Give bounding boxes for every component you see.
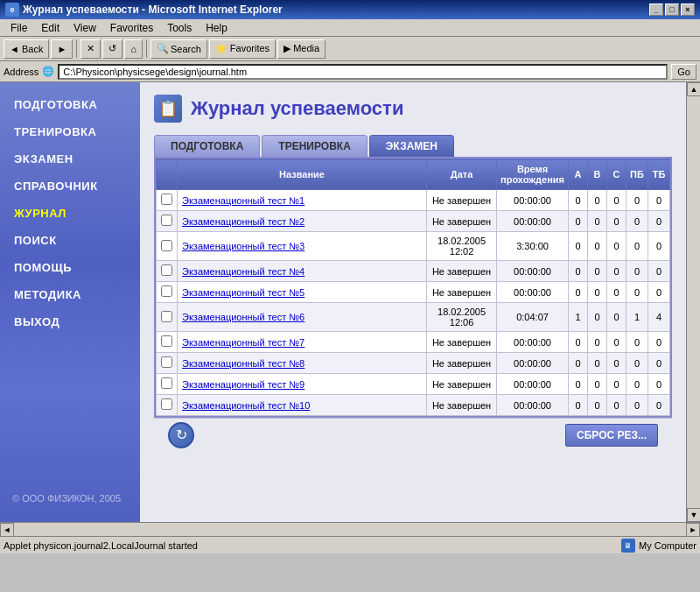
sidebar-item-podgotovka[interactable]: ПОДГОТОВКА <box>0 91 140 118</box>
menu-file[interactable]: File <box>4 20 34 36</box>
row-date: Не завершен <box>427 395 497 416</box>
home-button[interactable]: ⌂ <box>124 39 143 59</box>
row-a: 0 <box>569 232 588 261</box>
row-checkbox[interactable] <box>161 264 172 276</box>
back-button[interactable]: ◄ Back <box>4 39 49 59</box>
reset-button[interactable]: СБРОС РЕЗ... <box>565 424 658 447</box>
test-link[interactable]: Экзаменационный тест №5 <box>182 287 304 298</box>
refresh-button[interactable]: ↻ <box>168 422 194 448</box>
scroll-thumb[interactable] <box>687 96 700 508</box>
row-name-cell: Экзаменационный тест №8 <box>178 353 427 374</box>
main-layout: ПОДГОТОВКА ТРЕНИРОВКА ЭКЗАМЕН СПРАВОЧНИК… <box>0 82 700 522</box>
test-link[interactable]: Экзаменационный тест №3 <box>182 241 304 251</box>
tab-podgotovka[interactable]: ПОДГОТОВКА <box>154 135 260 157</box>
scroll-right-button[interactable]: ► <box>686 523 700 537</box>
toolbar-separator-2 <box>146 40 147 58</box>
sidebar-item-zhurnal[interactable]: ЖУРНАЛ <box>0 200 140 227</box>
sidebar-item-metodika[interactable]: МЕТОДИКА <box>0 281 140 308</box>
refresh-toolbar-button[interactable]: ↺ <box>102 39 122 59</box>
row-checkbox[interactable] <box>161 377 172 389</box>
page-title-icon: 📋 <box>154 95 182 123</box>
row-checkbox[interactable] <box>161 240 172 251</box>
test-link[interactable]: Экзаменационный тест №1 <box>182 195 304 206</box>
header-pb: ПБ <box>626 159 648 190</box>
scroll-left-button[interactable]: ◄ <box>0 523 14 537</box>
row-tb: 0 <box>648 211 670 232</box>
search-button[interactable]: 🔍 Search <box>150 39 207 59</box>
test-link[interactable]: Экзаменационный тест №10 <box>182 400 310 411</box>
address-input[interactable] <box>58 64 668 80</box>
row-time: 00:00:00 <box>497 353 569 374</box>
test-link[interactable]: Экзаменационный тест №6 <box>182 312 304 322</box>
row-date: Не завершен <box>427 261 497 282</box>
sidebar-item-vyhod[interactable]: ВЫХОД <box>0 308 140 335</box>
menu-help[interactable]: Help <box>199 20 234 36</box>
row-name-cell: Экзаменационный тест №4 <box>178 261 427 282</box>
row-checkbox-cell <box>157 332 178 353</box>
row-checkbox-cell <box>157 261 178 282</box>
sidebar-item-trenirovka[interactable]: ТРЕНИРОВКА <box>0 118 140 145</box>
tab-trenirovka[interactable]: ТРЕНИРОВКА <box>262 135 367 157</box>
row-date: Не завершен <box>427 190 497 211</box>
row-checkbox[interactable] <box>161 285 172 297</box>
row-pb: 0 <box>626 282 648 303</box>
scroll-up-button[interactable]: ▲ <box>687 82 700 96</box>
test-link[interactable]: Экзаменационный тест №9 <box>182 379 304 390</box>
row-checkbox[interactable] <box>161 215 172 226</box>
menu-edit[interactable]: Edit <box>34 20 66 36</box>
test-link[interactable]: Экзаменационный тест №2 <box>182 216 304 227</box>
test-link[interactable]: Экзаменационный тест №7 <box>182 337 304 348</box>
tab-ekzamen[interactable]: ЭКЗАМЕН <box>369 135 454 157</box>
results-table: Название Дата Времяпрохождения А В С ПБ … <box>156 159 670 416</box>
close-button[interactable]: × <box>681 4 695 16</box>
menu-view[interactable]: View <box>66 20 103 36</box>
table-row: Экзаменационный тест №3 18.02.2005 12:02… <box>157 232 670 261</box>
menubar: File Edit View Favorites Tools Help <box>0 19 700 37</box>
header-date: Дата <box>427 159 497 190</box>
sidebar-item-pomosh[interactable]: ПОМОЩЬ <box>0 254 140 281</box>
row-pb: 0 <box>626 211 648 232</box>
menu-tools[interactable]: Tools <box>160 20 199 36</box>
test-link[interactable]: Экзаменационный тест №4 <box>182 266 304 277</box>
row-pb: 0 <box>626 190 648 211</box>
minimize-button[interactable]: _ <box>649 4 663 16</box>
maximize-button[interactable]: □ <box>665 4 679 16</box>
scroll-down-button[interactable]: ▼ <box>687 508 700 522</box>
row-date: Не завершен <box>427 211 497 232</box>
forward-button[interactable]: ► <box>51 39 73 59</box>
row-date: Не завершен <box>427 353 497 374</box>
row-date: Не завершен <box>427 374 497 395</box>
row-pb: 0 <box>626 395 648 416</box>
row-checkbox[interactable] <box>161 335 172 347</box>
row-a: 0 <box>569 261 588 282</box>
sidebar-item-ekzamen[interactable]: ЭКЗАМЕН <box>0 145 140 173</box>
row-name-cell: Экзаменационный тест №7 <box>178 332 427 353</box>
test-link[interactable]: Экзаменационный тест №8 <box>182 358 304 369</box>
row-b: 0 <box>588 332 607 353</box>
favorites-button[interactable]: ⭐ Favorites <box>209 39 276 59</box>
row-checkbox[interactable] <box>161 356 172 368</box>
row-checkbox-cell <box>157 232 178 261</box>
bottom-bar: ↻ СБРОС РЕЗ... <box>154 418 672 451</box>
row-checkbox[interactable] <box>161 194 172 205</box>
sidebar-item-spravochnik[interactable]: СПРАВОЧНИК <box>0 173 140 200</box>
go-button[interactable]: Go <box>671 64 696 80</box>
header-c: С <box>607 159 626 190</box>
table-row: Экзаменационный тест №10 Не завершен 00:… <box>157 395 670 416</box>
address-label: Address <box>4 67 38 77</box>
row-tb: 0 <box>648 353 670 374</box>
sidebar-item-poisk[interactable]: ПОИСК <box>0 227 140 254</box>
media-button[interactable]: ▶ Media <box>277 39 326 59</box>
stop-button[interactable]: ✕ <box>80 39 101 59</box>
row-tb: 4 <box>648 303 670 332</box>
row-date: 18.02.2005 12:06 <box>427 303 497 332</box>
horizontal-scrollbar[interactable]: ◄ ► <box>0 522 700 536</box>
row-a: 0 <box>569 190 588 211</box>
row-checkbox[interactable] <box>161 311 172 322</box>
row-checkbox[interactable] <box>161 398 172 410</box>
menu-favorites[interactable]: Favorites <box>103 20 160 36</box>
row-c: 0 <box>607 211 626 232</box>
row-b: 0 <box>588 261 607 282</box>
computer-icon: 🖥 <box>621 539 635 553</box>
right-scrollbar[interactable]: ▲ ▼ <box>686 82 700 522</box>
